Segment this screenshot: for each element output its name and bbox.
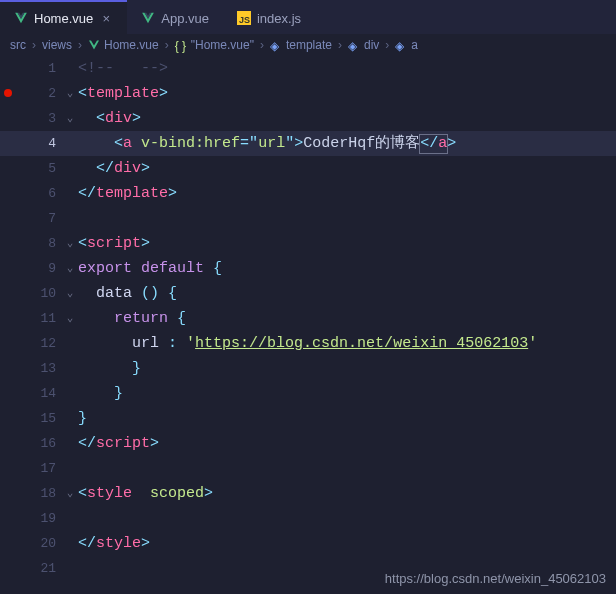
code-line: 16 </script>: [0, 431, 616, 456]
vue-icon: [88, 39, 100, 51]
code-line: 13 }: [0, 356, 616, 381]
vue-icon: [14, 11, 28, 25]
fold-icon[interactable]: ⌄: [62, 306, 78, 331]
code-line-current: 4 <a v-bind:href="url">CoderHqf的博客</a>: [0, 131, 616, 156]
fold-icon[interactable]: ⌄: [62, 481, 78, 506]
chevron-right-icon: ›: [32, 38, 36, 52]
code-line: 20 </style>: [0, 531, 616, 556]
fold-icon[interactable]: ⌄: [62, 81, 78, 106]
breadcrumb-a[interactable]: ◈ a: [395, 38, 418, 52]
fold-icon[interactable]: ⌄: [62, 231, 78, 256]
tab-home-vue[interactable]: Home.vue ×: [0, 0, 127, 34]
code-line: 17: [0, 456, 616, 481]
js-icon: JS: [237, 11, 251, 25]
breakpoint-icon[interactable]: [4, 89, 12, 97]
breadcrumb-bar: src › views › Home.vue › { } "Home.vue" …: [0, 34, 616, 56]
code-line: 10 ⌄ data () {: [0, 281, 616, 306]
fold-icon[interactable]: ⌄: [62, 281, 78, 306]
chevron-right-icon: ›: [385, 38, 389, 52]
code-line: 18 ⌄ <style scoped>: [0, 481, 616, 506]
code-line: 11 ⌄ return {: [0, 306, 616, 331]
chevron-right-icon: ›: [165, 38, 169, 52]
tab-bar: Home.vue × App.vue JS index.js: [0, 0, 616, 34]
code-line: 1 <!-- -->: [0, 56, 616, 81]
block-icon: ◈: [270, 39, 282, 51]
chevron-right-icon: ›: [260, 38, 264, 52]
breadcrumb-div[interactable]: ◈ div: [348, 38, 379, 52]
breadcrumb-template[interactable]: ◈ template: [270, 38, 332, 52]
fold-icon[interactable]: ⌄: [62, 256, 78, 281]
block-icon: ◈: [348, 39, 360, 51]
vue-icon: [141, 11, 155, 25]
tab-label: index.js: [257, 11, 301, 26]
tab-label: App.vue: [161, 11, 209, 26]
breadcrumb-file[interactable]: Home.vue: [88, 38, 159, 52]
chevron-right-icon: ›: [338, 38, 342, 52]
close-icon[interactable]: ×: [99, 11, 113, 26]
block-icon: ◈: [395, 39, 407, 51]
code-line: 14 }: [0, 381, 616, 406]
code-line: 7: [0, 206, 616, 231]
code-line: 6 </template>: [0, 181, 616, 206]
code-line: 3 ⌄ <div>: [0, 106, 616, 131]
code-line: 12 url : 'https://blog.csdn.net/weixin_4…: [0, 331, 616, 356]
breadcrumb-scope[interactable]: { } "Home.vue": [175, 38, 254, 52]
code-editor[interactable]: 1 <!-- --> 2 ⌄ <template> 3 ⌄ <div> 4 <a…: [0, 56, 616, 581]
tab-label: Home.vue: [34, 11, 93, 26]
code-line: 19: [0, 506, 616, 531]
watermark-text: https://blog.csdn.net/weixin_45062103: [385, 571, 606, 586]
braces-icon: { }: [175, 39, 187, 51]
tab-index-js[interactable]: JS index.js: [223, 0, 315, 34]
code-line: 5 </div>: [0, 156, 616, 181]
code-line: 2 ⌄ <template>: [0, 81, 616, 106]
breadcrumb-src[interactable]: src: [10, 38, 26, 52]
code-line: 8 ⌄ <script>: [0, 231, 616, 256]
code-line: 9 ⌄ export default {: [0, 256, 616, 281]
chevron-right-icon: ›: [78, 38, 82, 52]
breadcrumb-views[interactable]: views: [42, 38, 72, 52]
code-line: 15 }: [0, 406, 616, 431]
tab-app-vue[interactable]: App.vue: [127, 0, 223, 34]
fold-icon[interactable]: ⌄: [62, 106, 78, 131]
